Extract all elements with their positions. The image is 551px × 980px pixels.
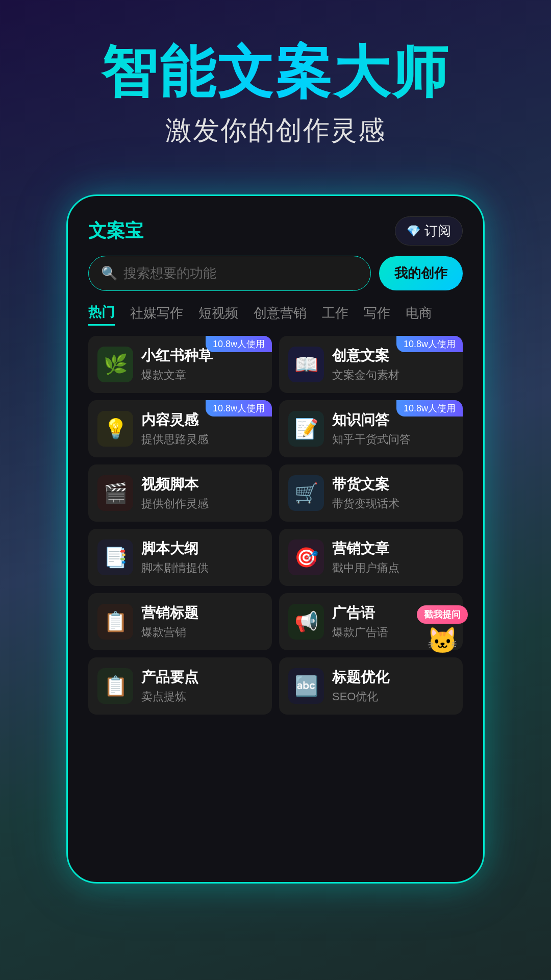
- card-marketing-title[interactable]: 📋 营销标题 爆款营销: [88, 593, 272, 650]
- card-badge: 10.8w人使用: [396, 400, 463, 416]
- card-title-video-script: 视频脚本: [141, 475, 263, 494]
- ask-button[interactable]: 戳我提问: [417, 605, 468, 624]
- card-title-marketing-title: 营销标题: [141, 603, 263, 623]
- card-icon-script-outline: 📑: [97, 540, 133, 575]
- cards-grid: 10.8w人使用 🌿 小红书种草 爆款文章 10.8w人使用 📖 创意文案 文案…: [83, 336, 468, 715]
- tab-社媒写作[interactable]: 社媒写作: [130, 304, 183, 325]
- card-product-points[interactable]: 📋 产品要点 卖点提炼: [88, 657, 272, 715]
- card-subtitle-marketing-article: 戳中用户痛点: [332, 560, 454, 576]
- card-xiaohongshu[interactable]: 10.8w人使用 🌿 小红书种草 爆款文章: [88, 336, 272, 393]
- card-icon-content-inspiration: 💡: [97, 411, 133, 447]
- card-title-product-points: 产品要点: [141, 668, 263, 687]
- card-icon-seo: 🔤: [288, 668, 324, 704]
- hero-subtitle: 激发你的创作灵感: [31, 113, 520, 149]
- card-subtitle-product-copy: 带货变现话术: [332, 496, 454, 511]
- card-creative-copy[interactable]: 10.8w人使用 📖 创意文案 文案金句素材: [279, 336, 463, 393]
- card-subtitle-seo: SEO优化: [332, 689, 454, 704]
- card-subtitle-script-outline: 脚本剧情提供: [141, 560, 263, 576]
- card-knowledge-qa[interactable]: 10.8w人使用 📝 知识问答 知乎干货式问答: [279, 400, 463, 457]
- card-icon-slogan: 📢: [288, 604, 324, 640]
- tab-短视频[interactable]: 短视频: [198, 304, 238, 325]
- card-badge: 10.8w人使用: [396, 336, 463, 352]
- tab-工作[interactable]: 工作: [322, 304, 348, 325]
- search-row: 🔍 搜索想要的功能 我的创作: [83, 256, 468, 291]
- cat-mascot: 🐱: [427, 626, 458, 655]
- card-icon-marketing-title: 📋: [97, 604, 133, 640]
- subscribe-label: 订阅: [424, 222, 451, 240]
- card-product-copy[interactable]: 🛒 带货文案 带货变现话术: [279, 464, 463, 522]
- search-bar[interactable]: 🔍 搜索想要的功能: [88, 256, 371, 291]
- card-icon-creative-copy: 📖: [288, 347, 324, 382]
- card-subtitle-creative-copy: 文案金句素材: [332, 368, 454, 383]
- card-seo[interactable]: 🔤 标题优化 SEO优化: [279, 657, 463, 715]
- card-text-product-points: 产品要点 卖点提炼: [141, 668, 263, 704]
- card-subtitle-product-points: 卖点提炼: [141, 689, 263, 704]
- card-subtitle-knowledge-qa: 知乎干货式问答: [332, 432, 454, 447]
- card-icon-product-points: 📋: [97, 668, 133, 704]
- card-script-outline[interactable]: 📑 脚本大纲 脚本剧情提供: [88, 529, 272, 586]
- subscribe-button[interactable]: 💎 订阅: [395, 216, 463, 246]
- card-text-marketing-title: 营销标题 爆款营销: [141, 603, 263, 640]
- card-subtitle-xiaohongshu: 爆款文章: [141, 368, 263, 383]
- card-icon-xiaohongshu: 🌿: [97, 347, 133, 382]
- tab-创意营销[interactable]: 创意营销: [254, 304, 307, 325]
- card-badge: 10.8w人使用: [206, 336, 272, 352]
- tab-写作[interactable]: 写作: [364, 304, 390, 325]
- card-slogan[interactable]: 📢 广告语 爆款广告语 戳我提问 🐱: [279, 593, 463, 650]
- card-title-script-outline: 脚本大纲: [141, 539, 263, 558]
- card-subtitle-content-inspiration: 提供思路灵感: [141, 432, 263, 447]
- tab-热门[interactable]: 热门: [88, 303, 115, 326]
- card-video-script[interactable]: 🎬 视频脚本 提供创作灵感: [88, 464, 272, 522]
- card-text-marketing-article: 营销文章 戳中用户痛点: [332, 539, 454, 576]
- card-subtitle-video-script: 提供创作灵感: [141, 496, 263, 511]
- card-content-inspiration[interactable]: 10.8w人使用 💡 内容灵感 提供思路灵感: [88, 400, 272, 457]
- phone-mockup: 文案宝 💎 订阅 🔍 搜索想要的功能 我的创作 热门社媒写作短视频创意营销工作写…: [66, 194, 485, 884]
- card-subtitle-marketing-title: 爆款营销: [141, 625, 263, 640]
- diamond-icon: 💎: [407, 225, 420, 238]
- card-text-video-script: 视频脚本 提供创作灵感: [141, 475, 263, 511]
- card-text-seo: 标题优化 SEO优化: [332, 668, 454, 704]
- card-title-product-copy: 带货文案: [332, 475, 454, 494]
- hero-title: 智能文案大师: [31, 41, 520, 103]
- card-text-product-copy: 带货文案 带货变现话术: [332, 475, 454, 511]
- card-marketing-article[interactable]: 🎯 营销文章 戳中用户痛点: [279, 529, 463, 586]
- search-icon: 🔍: [101, 265, 117, 281]
- card-icon-marketing-article: 🎯: [288, 540, 324, 575]
- card-title-marketing-article: 营销文章: [332, 539, 454, 558]
- search-placeholder: 搜索想要的功能: [123, 264, 216, 282]
- tab-电商[interactable]: 电商: [406, 304, 432, 325]
- hero-section: 智能文案大师 激发你的创作灵感: [0, 0, 551, 169]
- card-title-seo: 标题优化: [332, 668, 454, 687]
- card-icon-knowledge-qa: 📝: [288, 411, 324, 447]
- card-icon-video-script: 🎬: [97, 475, 133, 511]
- app-logo: 文案宝: [88, 218, 143, 243]
- card-badge: 10.8w人使用: [206, 400, 272, 416]
- create-button[interactable]: 我的创作: [379, 256, 463, 290]
- app-header: 文案宝 💎 订阅: [83, 216, 468, 256]
- card-icon-product-copy: 🛒: [288, 475, 324, 511]
- card-text-script-outline: 脚本大纲 脚本剧情提供: [141, 539, 263, 576]
- tab-nav: 热门社媒写作短视频创意营销工作写作电商: [83, 303, 468, 336]
